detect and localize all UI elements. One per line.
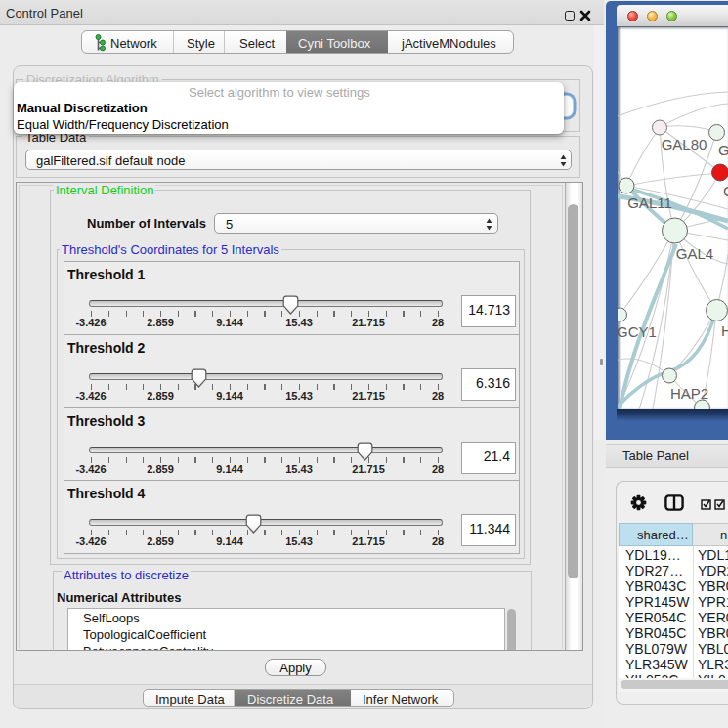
svg-text:GAL11: GAL11 — [627, 194, 672, 211]
svg-text:GCY1: GCY1 — [618, 323, 657, 340]
svg-text:GA: GA — [718, 142, 728, 158]
svg-text:HAP2: HAP2 — [670, 385, 708, 402]
svg-text:GAL80: GAL80 — [662, 136, 707, 152]
svg-text:GAL4: GAL4 — [676, 245, 713, 262]
svg-text:HA: HA — [721, 322, 728, 339]
svg-text:CY: CY — [723, 183, 728, 199]
